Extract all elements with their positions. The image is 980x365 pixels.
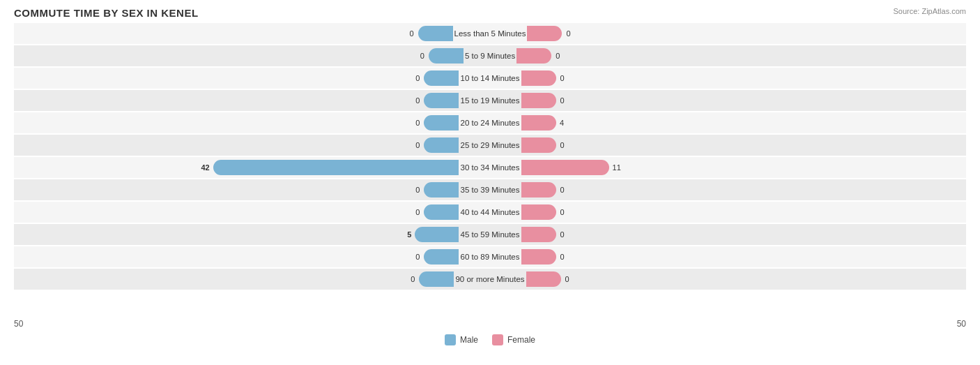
male-side: 0 — [14, 48, 464, 64]
female-value: 11 — [613, 163, 621, 172]
female-side: 0 — [521, 204, 966, 220]
chart-container: COMMUTE TIME BY SEX IN KENEL Source: Zip… — [0, 0, 980, 365]
male-bar-wrap — [424, 115, 459, 131]
row-label: 20 to 24 Minutes — [459, 119, 521, 127]
row-inner: 42 30 to 34 Minutes 11 — [14, 157, 966, 178]
male-side: 0 — [14, 182, 459, 198]
male-value: 5 — [407, 230, 411, 239]
axis-labels: 50 50 — [14, 319, 966, 329]
female-bar-wrap — [516, 48, 551, 64]
male-value: 0 — [409, 29, 413, 38]
female-value: 0 — [565, 275, 569, 283]
chart-row: 0 90 or more Minutes 0 — [14, 269, 966, 290]
female-bar-wrap — [527, 26, 562, 41]
chart-row: 0 40 to 44 Minutes 0 — [14, 202, 966, 223]
chart-row: 0 20 to 24 Minutes 4 — [14, 112, 966, 133]
female-bar-wrap — [526, 271, 561, 287]
row-inner: 0 10 to 14 Minutes 0 — [14, 68, 966, 89]
female-bar-wrap — [521, 70, 556, 86]
female-value: 0 — [560, 253, 565, 261]
female-bar — [521, 115, 556, 131]
male-side: 0 — [14, 115, 459, 131]
male-bar-wrap — [424, 70, 459, 86]
row-inner: 0 90 or more Minutes 0 — [14, 269, 966, 290]
female-value: 0 — [560, 208, 565, 216]
row-inner: 0 5 to 9 Minutes 0 — [14, 45, 966, 66]
female-side: 0 — [516, 48, 966, 64]
row-inner: 0 Less than 5 Minutes 0 — [14, 23, 966, 44]
chart-row: 0 25 to 29 Minutes 0 — [14, 135, 966, 156]
row-label: 40 to 44 Minutes — [459, 208, 521, 216]
male-bar — [424, 204, 459, 220]
female-bar — [527, 26, 562, 41]
female-side: 0 — [526, 271, 966, 287]
female-side: 11 — [521, 160, 966, 175]
female-bar-wrap — [521, 182, 556, 198]
female-side: 0 — [521, 227, 966, 242]
male-value: 0 — [415, 141, 420, 149]
female-side: 0 — [521, 249, 966, 265]
female-value: 0 — [556, 52, 560, 60]
row-inner: 0 40 to 44 Minutes 0 — [14, 202, 966, 223]
male-bar-wrap — [424, 137, 459, 153]
female-value: 0 — [560, 186, 565, 194]
legend-female-box — [492, 334, 503, 345]
female-value: 0 — [560, 74, 565, 82]
row-inner: 0 15 to 19 Minutes 0 — [14, 90, 966, 111]
row-inner: 0 20 to 24 Minutes 4 — [14, 112, 966, 133]
chart-row: 0 10 to 14 Minutes 0 — [14, 68, 966, 89]
chart-row: 0 5 to 9 Minutes 0 — [14, 45, 966, 66]
female-side: 0 — [521, 137, 966, 153]
male-bar-wrap — [424, 204, 459, 220]
male-value: 42 — [201, 163, 209, 172]
row-label: 60 to 89 Minutes — [459, 253, 521, 261]
male-side: 5 — [14, 227, 459, 242]
chart-area: 0 Less than 5 Minutes 0 — [14, 23, 966, 316]
chart-row: 42 30 to 34 Minutes 11 — [14, 157, 966, 178]
male-side: 0 — [14, 249, 459, 265]
female-bar — [521, 227, 556, 242]
male-bar — [424, 182, 459, 198]
male-side: 0 — [14, 26, 453, 41]
female-bar — [521, 204, 556, 220]
female-bar-wrap — [521, 204, 556, 220]
legend-male: Male — [445, 334, 478, 345]
female-bar — [521, 137, 556, 153]
female-bar-wrap — [521, 249, 556, 265]
row-label: 25 to 29 Minutes — [459, 141, 521, 149]
female-bar-wrap — [521, 137, 556, 153]
male-bar-wrap — [424, 249, 459, 265]
legend-female: Female — [492, 334, 535, 345]
chart-title: COMMUTE TIME BY SEX IN KENEL — [14, 7, 966, 19]
female-value: 0 — [566, 29, 570, 38]
chart-row: 0 Less than 5 Minutes 0 — [14, 23, 966, 44]
male-bar-wrap — [429, 48, 464, 64]
male-bar — [429, 48, 464, 64]
female-value: 0 — [560, 141, 565, 149]
axis-right: 50 — [957, 319, 966, 329]
row-label: 90 or more Minutes — [454, 275, 526, 283]
row-inner: 5 45 to 59 Minutes 0 — [14, 224, 966, 245]
row-label: 15 to 19 Minutes — [459, 96, 521, 105]
female-bar — [521, 93, 556, 108]
row-label: 5 to 9 Minutes — [464, 52, 516, 60]
female-bar — [526, 271, 561, 287]
legend-male-label: Male — [460, 335, 478, 345]
male-side: 0 — [14, 93, 459, 108]
male-value: 0 — [415, 74, 420, 82]
male-bar — [418, 26, 453, 41]
female-side: 0 — [527, 26, 966, 41]
male-bar-wrap — [418, 26, 453, 41]
male-value: 0 — [415, 253, 420, 261]
male-bar — [424, 70, 459, 86]
female-side: 4 — [521, 115, 966, 131]
axis-left: 50 — [14, 319, 23, 329]
male-bar — [419, 271, 454, 287]
male-value: 0 — [415, 96, 420, 105]
chart-row: 5 45 to 59 Minutes 0 — [14, 224, 966, 245]
row-inner: 0 25 to 29 Minutes 0 — [14, 135, 966, 156]
legend-male-box — [445, 334, 456, 345]
chart-row: 0 35 to 39 Minutes 0 — [14, 179, 966, 200]
female-bar — [521, 70, 556, 86]
legend: Male Female — [14, 334, 966, 345]
